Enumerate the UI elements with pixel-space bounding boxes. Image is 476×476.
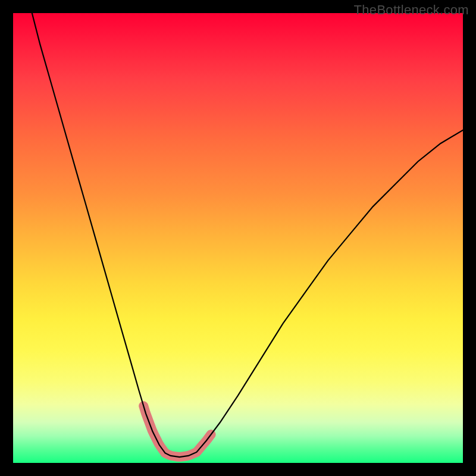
bottleneck-curve [32, 13, 463, 457]
curve-lines [32, 13, 463, 457]
highlight-segment [143, 406, 165, 453]
plot-area [13, 13, 463, 463]
curve-layer [13, 13, 463, 463]
watermark-text: TheBottleneck.com [354, 2, 469, 18]
highlight-markers [143, 406, 211, 457]
chart-container: TheBottleneck.com [0, 0, 476, 476]
